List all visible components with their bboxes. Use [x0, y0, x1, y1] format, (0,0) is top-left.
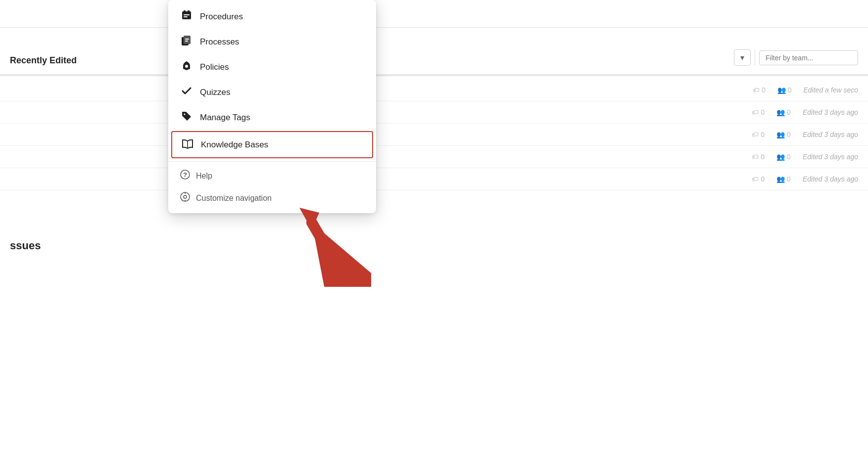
tags-count: 🏷 0	[752, 175, 765, 183]
svg-point-9	[185, 65, 188, 68]
teams-icon: 👥	[777, 86, 786, 94]
svg-rect-2	[188, 10, 190, 12]
tag-icon: 🏷	[752, 153, 759, 161]
teams-count: 👥 0	[777, 86, 792, 94]
procedures-label: Procedures	[200, 12, 243, 22]
issues-text: ssues	[10, 239, 41, 252]
teams-icon: 👥	[776, 153, 785, 161]
tags-count: 🏷 0	[752, 108, 765, 116]
edited-time: Edited 3 days ago	[803, 153, 858, 161]
processes-icon	[180, 35, 193, 48]
menu-item-help[interactable]: ? Help	[168, 165, 376, 187]
menu-divider	[168, 161, 376, 162]
edited-time: Edited 3 days ago	[803, 175, 858, 183]
issues-label: ssues	[0, 232, 50, 259]
teams-icon: 👥	[776, 175, 785, 183]
tags-value: 0	[761, 153, 765, 161]
manage-tags-icon	[180, 111, 193, 124]
row-meta: 🏷 0 👥 0 Edited 3 days ago	[752, 131, 858, 138]
recently-edited-text: Recently Edited	[10, 55, 77, 65]
teams-value: 0	[788, 86, 792, 94]
chevron-down-icon: ▾	[740, 53, 744, 62]
teams-value: 0	[787, 131, 791, 138]
menu-item-customize-navigation[interactable]: Customize navigation	[168, 187, 376, 209]
teams-icon: 👥	[776, 108, 785, 116]
edited-time: Edited 3 days ago	[803, 131, 858, 138]
svg-rect-1	[184, 10, 186, 12]
quizzes-icon	[180, 86, 193, 99]
section-divider	[0, 74, 868, 76]
customize-navigation-icon	[180, 192, 190, 204]
policies-icon	[180, 60, 193, 74]
tags-value: 0	[761, 108, 765, 116]
tags-count: 🏷 0	[752, 131, 765, 138]
table-row: 🏷 0 👥 0 Edited 3 days ago	[0, 101, 868, 124]
edited-time: Edited a few seco	[803, 86, 858, 94]
header-bar	[0, 0, 868, 28]
teams-count: 👥 0	[776, 153, 791, 161]
table-row: 🏷 0 👥 0 Edited 3 days ago	[0, 168, 868, 190]
knowledge-bases-label: Knowledge Bases	[201, 140, 268, 150]
tags-count: 🏷 0	[752, 153, 765, 161]
svg-point-14	[184, 195, 187, 198]
menu-item-knowledge-bases[interactable]: Knowledge Bases	[171, 131, 373, 158]
table-row: 🏷 0 👥 0 Edited a few seco	[0, 79, 868, 101]
svg-rect-4	[184, 16, 188, 17]
tags-count: 🏷 0	[753, 86, 766, 94]
menu-item-processes[interactable]: Processes	[168, 29, 376, 54]
divider	[755, 50, 755, 66]
recently-edited-label: Recently Edited	[0, 49, 158, 72]
svg-point-10	[184, 114, 186, 115]
teams-value: 0	[787, 153, 791, 161]
tags-value: 0	[761, 175, 765, 183]
tag-icon: 🏷	[752, 175, 759, 183]
svg-rect-7	[185, 39, 189, 40]
tags-value: 0	[761, 131, 765, 138]
row-meta: 🏷 0 👥 0 Edited 3 days ago	[752, 175, 858, 183]
row-meta: 🏷 0 👥 0 Edited 3 days ago	[752, 153, 858, 161]
menu-item-policies[interactable]: Policies	[168, 54, 376, 80]
table-row: 🏷 0 👥 0 Edited 3 days ago	[0, 146, 868, 168]
manage-tags-label: Manage Tags	[200, 113, 250, 123]
menu-item-quizzes[interactable]: Quizzes	[168, 80, 376, 105]
teams-count: 👥 0	[776, 131, 791, 138]
procedures-icon	[180, 10, 193, 23]
policies-label: Policies	[200, 62, 229, 72]
tag-icon: 🏷	[752, 108, 759, 116]
teams-value: 0	[787, 108, 791, 116]
help-label: Help	[196, 172, 212, 181]
svg-text:?: ?	[183, 171, 187, 179]
help-icon: ?	[180, 170, 190, 182]
menu-item-procedures[interactable]: Procedures	[168, 4, 376, 29]
sort-dropdown[interactable]: ▾	[734, 49, 751, 66]
filter-area: ▾	[724, 45, 868, 71]
tag-icon: 🏷	[752, 131, 759, 138]
tag-icon: 🏷	[753, 86, 760, 94]
knowledge-bases-icon	[181, 138, 194, 151]
customize-navigation-label: Customize navigation	[196, 194, 272, 203]
tags-value: 0	[762, 86, 766, 94]
table-area: ssues 🏷 0 👥 0 Edited a few seco 🏷 0 👥	[0, 79, 868, 453]
svg-rect-3	[184, 14, 190, 15]
teams-count: 👥 0	[776, 108, 791, 116]
menu-item-manage-tags[interactable]: Manage Tags	[168, 105, 376, 130]
processes-label: Processes	[200, 37, 239, 47]
filter-by-team-input[interactable]	[759, 50, 858, 65]
svg-rect-6	[184, 36, 191, 44]
navigation-dropdown: Procedures Processes Policies	[168, 0, 376, 213]
svg-rect-8	[185, 41, 188, 42]
table-row: 🏷 0 👥 0 Edited 3 days ago	[0, 124, 868, 146]
row-meta: 🏷 0 👥 0 Edited 3 days ago	[752, 108, 858, 116]
quizzes-label: Quizzes	[200, 88, 230, 97]
teams-icon: 👥	[776, 131, 785, 138]
teams-count: 👥 0	[776, 175, 791, 183]
teams-value: 0	[787, 175, 791, 183]
row-meta: 🏷 0 👥 0 Edited a few seco	[753, 86, 858, 94]
edited-time: Edited 3 days ago	[803, 108, 858, 116]
